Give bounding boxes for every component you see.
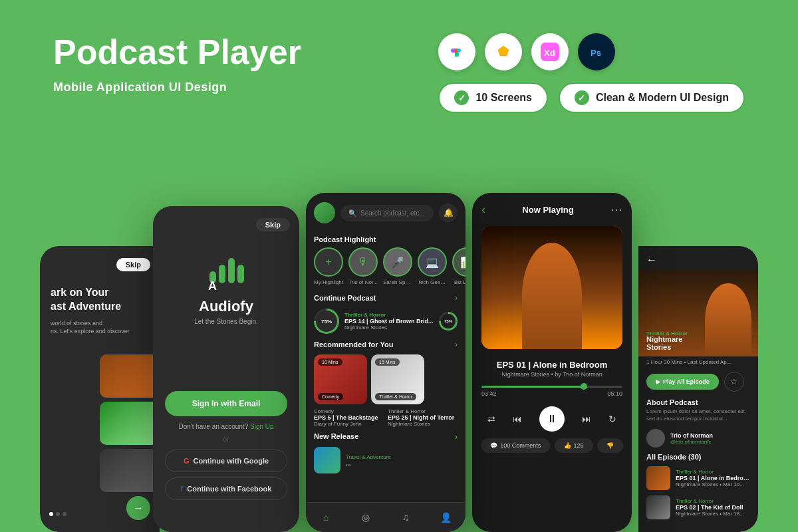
login-skip-button[interactable]: Skip	[256, 218, 290, 231]
comments-button[interactable]: 💬 100 Comments	[481, 438, 550, 453]
new-release-item[interactable]: Travel & Adventure ...	[306, 444, 466, 476]
progress-bar-area: 03:42 05:10	[472, 380, 632, 402]
onboarding-text: ark on Yourast Adventure world of storie…	[51, 286, 149, 336]
google-button[interactable]: G Continue with Google	[165, 450, 287, 472]
highlight-2-thumb: 🎤	[383, 247, 412, 277]
highlight-4[interactable]: 📊 Biz Leader	[452, 247, 466, 285]
favorite-button[interactable]: ☆	[724, 372, 744, 392]
svg-text:A: A	[208, 279, 217, 293]
rewind-button[interactable]: ⏮	[513, 414, 522, 424]
rec-info-1: Comedy EPS 5 | The Backstage Diary of Fu…	[314, 408, 384, 427]
ep-1-title: EPS 01 | Alone in Bedroom	[676, 475, 750, 481]
highlight-3[interactable]: 💻 Tech Geek...	[418, 247, 447, 285]
repeat-button[interactable]: ↻	[608, 414, 616, 424]
podcast-list-header: 🔍 Search podcast, etc... 🔔	[306, 193, 466, 233]
podcast-series: Nightmare Stories	[344, 325, 434, 331]
notifications-bell[interactable]: 🔔	[439, 203, 458, 222]
mini-progress: 75%	[439, 312, 458, 331]
app-name: Audiofy	[199, 298, 253, 315]
dot-3	[63, 512, 66, 516]
rec-item-2[interactable]: 15 Mins Thriller & Horror	[371, 354, 424, 404]
rec-1-tag: Comedy	[318, 393, 343, 400]
search-nav[interactable]: ◎	[356, 508, 375, 527]
facebook-icon: f	[181, 485, 184, 493]
highlight-section-title: Podcast Highlight	[306, 233, 466, 247]
signup-text: Don't have an account? Sign Up	[165, 423, 287, 430]
episode-item-2[interactable]: Thriller & Horror EPS 02 | The Kid of Do…	[638, 493, 758, 522]
highlight-2-label: Sarah Spe...	[383, 279, 412, 285]
new-release-info: Travel & Adventure ...	[346, 454, 391, 467]
continue-section-title: Continue Podcast	[314, 294, 376, 302]
episode-item-1[interactable]: Thriller & Horror EPS 01 | Alone in Bedr…	[638, 464, 758, 493]
creator-details: Trio of Norman @trio.ofnormanfc	[670, 432, 713, 445]
highlight-1[interactable]: 🎙 Trio of Nor...	[348, 247, 378, 285]
episode-list-header: ←	[638, 246, 758, 270]
shuffle-button[interactable]: ⇄	[487, 414, 495, 424]
pagination-dots	[49, 512, 66, 516]
more-options-button[interactable]: ⋯	[610, 202, 622, 217]
podcast-tag: Thriller & Horror	[344, 312, 434, 318]
likes-button[interactable]: 👍 125	[555, 438, 593, 453]
figma-icon	[438, 33, 475, 70]
episode-back-button[interactable]: ←	[646, 254, 657, 266]
screen-login: Skip A Audiofy Let the Stories Begin. Si…	[153, 206, 299, 532]
page-title: Podcast Player	[53, 33, 301, 71]
svg-rect-11	[237, 265, 244, 283]
highlight-4-thumb: 📊	[452, 247, 466, 277]
sketch-icon	[485, 33, 522, 70]
rec-2-tag: Thriller & Horror	[375, 393, 416, 400]
profile-nav[interactable]: 👤	[436, 508, 455, 527]
dislike-button[interactable]: 👎	[597, 438, 623, 453]
episode-meta: 1 Hour 30 Mins • Last Updated Ap...	[638, 356, 758, 368]
screens-badge: ✓ 10 Screens	[438, 82, 548, 113]
continue-podcast-item[interactable]: 75% Thriller & Horror EPS 14 | Ghost of …	[306, 305, 466, 337]
ep-1-tag: Thriller & Horror	[676, 469, 750, 475]
recommended-grid: 10 Mins Comedy 15 Mins Thriller & Horror	[306, 352, 466, 407]
highlight-2[interactable]: 🎤 Sarah Spe...	[383, 247, 412, 285]
artwork-bg	[481, 226, 622, 349]
track-title: EPS 01 | Alone in Bedroom	[481, 360, 622, 370]
signin-email-button[interactable]: Sign In with Email	[165, 391, 287, 416]
ep-2-title: EPS 02 | The Kid of Doll	[676, 504, 750, 511]
time-current: 03:42	[481, 390, 497, 397]
play-icon: ▶	[656, 378, 660, 385]
onboarding-img-2	[100, 402, 160, 445]
svg-rect-10	[228, 258, 235, 283]
signup-link[interactable]: Sign Up	[250, 423, 274, 430]
search-bar[interactable]: 🔍 Search podcast, etc...	[340, 205, 434, 221]
comment-icon: 💬	[490, 442, 497, 449]
pause-button[interactable]: ⏸	[539, 406, 565, 432]
new-release-arrow[interactable]: ›	[455, 432, 458, 442]
logo-area: A Audiofy Let the Stories Begin.	[153, 246, 299, 325]
playback-controls: ⇄ ⏮ ⏸ ⏭ ↻	[472, 402, 632, 434]
podcast-title: EPS 14 | Ghost of Brown Brid...	[344, 318, 434, 325]
new-release-thumb	[314, 447, 340, 473]
highlight-add-label: My Highlight	[314, 279, 343, 285]
progress-handle[interactable]	[581, 383, 587, 390]
continue-podcast-info: Thriller & Horror EPS 14 | Ghost of Brow…	[344, 312, 434, 331]
fast-forward-button[interactable]: ⏭	[582, 414, 591, 424]
rec-2-info-title: EPS 25 | Night of Terror	[388, 414, 458, 421]
svg-rect-9	[219, 265, 225, 283]
episode-figure	[705, 283, 751, 356]
library-nav[interactable]: ♫	[396, 508, 415, 527]
highlight-add[interactable]: + My Highlight	[314, 247, 343, 285]
rec-1-mins: 10 Mins	[318, 358, 342, 366]
progress-track[interactable]	[481, 386, 622, 388]
episodes-section-title: All Episode (30)	[638, 450, 758, 464]
continue-arrow[interactable]: ›	[455, 293, 458, 303]
skip-button[interactable]: Skip	[116, 258, 150, 271]
dot-1	[49, 512, 53, 516]
ep-2-info: Thriller & Horror EPS 02 | The Kid of Do…	[676, 498, 750, 517]
home-nav[interactable]: ⌂	[317, 508, 335, 527]
play-all-button[interactable]: ▶ Play All Episode	[646, 374, 719, 390]
back-button[interactable]: ‹	[481, 203, 485, 217]
next-arrow-button[interactable]: →	[126, 496, 150, 520]
rec-item-1[interactable]: 10 Mins Comedy	[314, 354, 367, 404]
rec-1-info-title: EPS 5 | The Backstage	[314, 414, 384, 421]
facebook-button[interactable]: f Continue with Facebook	[165, 477, 287, 500]
ep-1-thumb	[646, 466, 670, 490]
recommended-arrow[interactable]: ›	[455, 340, 458, 349]
rec-2-info-tag: Thriller & Horror	[388, 408, 458, 414]
highlight-3-thumb: 💻	[418, 247, 447, 277]
